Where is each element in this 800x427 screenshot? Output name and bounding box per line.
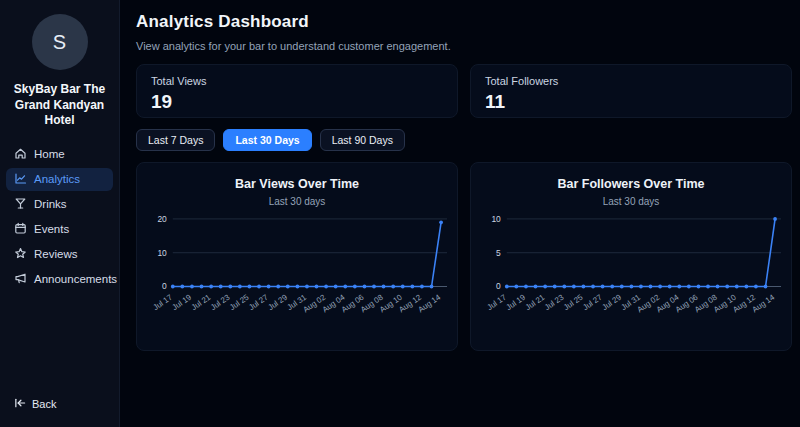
avatar: S <box>32 14 88 70</box>
svg-text:Aug 14: Aug 14 <box>416 292 442 314</box>
chart-plot: 0510Jul 17Jul 19Jul 21Jul 23Jul 25Jul 27… <box>471 209 791 354</box>
data-point <box>620 285 624 289</box>
data-point <box>764 285 768 289</box>
views-chart-card: Bar Views Over Time Last 30 days 01020Ju… <box>136 162 458 351</box>
data-point <box>228 285 232 289</box>
data-point <box>668 285 672 289</box>
sidebar-item-label: Home <box>34 148 65 160</box>
data-point <box>687 285 691 289</box>
data-point <box>524 285 528 289</box>
svg-text:Jul 23: Jul 23 <box>209 292 232 312</box>
svg-text:Jul 21: Jul 21 <box>524 292 547 312</box>
data-point <box>248 285 252 289</box>
data-point <box>180 285 184 289</box>
data-point <box>716 285 720 289</box>
data-point <box>610 285 614 289</box>
back-label: Back <box>32 398 56 410</box>
filter-last-90-days[interactable]: Last 90 Days <box>320 129 405 151</box>
followers-line-chart: 0510Jul 17Jul 19Jul 21Jul 23Jul 25Jul 27… <box>471 209 791 354</box>
svg-text:Jul 29: Jul 29 <box>266 292 289 312</box>
data-point <box>773 217 777 221</box>
data-point <box>334 285 338 289</box>
arrow-left-icon <box>14 397 26 411</box>
data-point <box>534 285 538 289</box>
total-followers-card: Total Followers 11 <box>470 64 792 118</box>
svg-text:Jul 23: Jul 23 <box>543 292 566 312</box>
sidebar-item-home[interactable]: Home <box>6 143 113 166</box>
bar-name: SkyBay Bar The Grand Kandyan Hotel <box>0 82 119 129</box>
svg-text:Jul 17: Jul 17 <box>151 292 174 312</box>
stat-value: 19 <box>151 91 443 113</box>
chart-plot: 01020Jul 17Jul 19Jul 21Jul 23Jul 25Jul 2… <box>137 209 457 354</box>
total-views-card: Total Views 19 <box>136 64 458 118</box>
svg-text:0: 0 <box>496 281 501 291</box>
svg-text:10: 10 <box>157 248 167 258</box>
stat-label: Total Followers <box>485 75 777 87</box>
data-point <box>725 285 729 289</box>
data-point <box>305 285 309 289</box>
data-point <box>391 285 395 289</box>
stat-label: Total Views <box>151 75 443 87</box>
svg-text:Aug 14: Aug 14 <box>750 292 776 314</box>
sidebar-item-reviews[interactable]: Reviews <box>6 243 113 266</box>
svg-text:Jul 27: Jul 27 <box>247 292 270 312</box>
data-point <box>353 285 357 289</box>
data-point <box>630 285 634 289</box>
data-point <box>171 285 175 289</box>
data-point <box>658 285 662 289</box>
chart-subtitle: Last 30 days <box>471 196 791 207</box>
martini-glass-icon <box>14 197 27 212</box>
data-point <box>639 285 643 289</box>
data-point <box>382 285 386 289</box>
data-point <box>200 285 204 289</box>
data-point <box>439 220 443 224</box>
data-point <box>219 285 223 289</box>
megaphone-icon <box>14 272 27 287</box>
data-point <box>286 285 290 289</box>
back-button[interactable]: Back <box>14 397 56 411</box>
data-point <box>401 285 405 289</box>
data-point <box>324 285 328 289</box>
sidebar-item-drinks[interactable]: Drinks <box>6 193 113 216</box>
data-point <box>591 285 595 289</box>
data-point <box>649 285 653 289</box>
data-point <box>582 285 586 289</box>
chart-title: Bar Views Over Time <box>137 177 457 191</box>
data-point <box>744 285 748 289</box>
data-point <box>706 285 710 289</box>
data-point <box>572 285 576 289</box>
sidebar-item-announcements[interactable]: Announcements <box>6 268 113 291</box>
svg-text:Jul 21: Jul 21 <box>190 292 213 312</box>
data-point <box>601 285 605 289</box>
svg-text:Jul 19: Jul 19 <box>505 292 528 312</box>
data-point <box>677 285 681 289</box>
sidebar-item-label: Announcements <box>34 273 117 285</box>
data-point <box>430 285 434 289</box>
data-point <box>543 285 547 289</box>
data-point <box>296 285 300 289</box>
data-point <box>410 285 414 289</box>
sidebar-item-label: Events <box>34 223 69 235</box>
time-filter-group: Last 7 DaysLast 30 DaysLast 90 Days <box>136 129 792 151</box>
sidebar-item-analytics[interactable]: Analytics <box>6 168 113 191</box>
svg-text:20: 20 <box>157 214 167 224</box>
data-point <box>363 285 367 289</box>
svg-text:Jul 17: Jul 17 <box>485 292 508 312</box>
filter-last-7-days[interactable]: Last 7 Days <box>136 129 215 151</box>
data-point <box>754 285 758 289</box>
data-point <box>209 285 213 289</box>
svg-text:Jul 25: Jul 25 <box>562 292 585 312</box>
analytics-icon <box>14 172 27 187</box>
stats-row: Total Views 19 Total Followers 11 <box>136 64 792 118</box>
data-point <box>420 285 424 289</box>
svg-text:0: 0 <box>162 281 167 291</box>
sidebar-item-events[interactable]: Events <box>6 218 113 241</box>
calendar-icon <box>14 222 27 237</box>
analytics-app: S SkyBay Bar The Grand Kandyan Hotel Hom… <box>0 0 800 427</box>
data-point <box>343 285 347 289</box>
filter-last-30-days[interactable]: Last 30 Days <box>223 129 311 151</box>
data-point <box>553 285 557 289</box>
data-point <box>562 285 566 289</box>
data-point <box>514 285 518 289</box>
star-icon <box>14 247 27 262</box>
